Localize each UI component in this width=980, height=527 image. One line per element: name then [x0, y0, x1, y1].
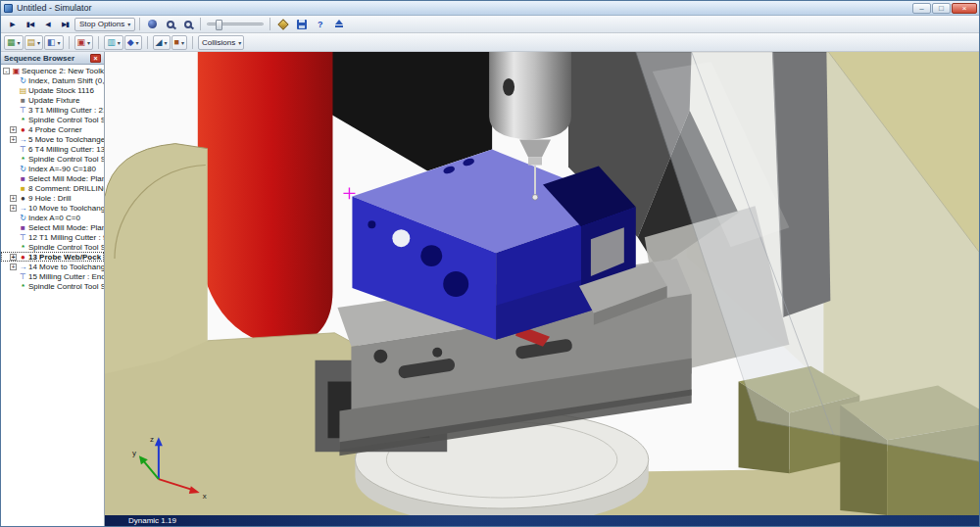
stop-at-event-button[interactable]	[144, 17, 161, 31]
tree-item[interactable]: +●9 Hole : Drill	[1, 193, 104, 203]
tree-item[interactable]: +●13 Probe Web/Pock	[1, 252, 104, 262]
window-controls: –□×	[911, 3, 977, 14]
tree-expander[interactable]: +	[10, 264, 17, 270]
settings-icon	[277, 19, 288, 29]
stop-options-dropdown[interactable]: Stop Options ▾	[74, 18, 135, 31]
nc-program-dropdown[interactable]: ▣▾	[74, 35, 94, 50]
tree-item[interactable]: ■Select Mill Mode: Plane	[1, 222, 104, 232]
tree-item[interactable]: ↻Index A=0 C=0	[1, 213, 104, 222]
eject-button[interactable]	[330, 17, 347, 31]
view-layout-dropdown[interactable]: ▤▾	[24, 35, 44, 50]
step-back-button[interactable]: ◀	[39, 17, 56, 31]
tree-item[interactable]: ⊤15 Milling Cutter : Endm	[1, 271, 104, 281]
run-button[interactable]: ▶	[4, 17, 21, 31]
zoom-select-icon	[167, 21, 174, 28]
save-icon	[297, 20, 307, 29]
index-icon: ↻	[19, 165, 27, 173]
caret-down-icon: ▾	[165, 39, 168, 46]
graphs-dropdown[interactable]: ◆▾	[124, 35, 142, 50]
tree-item[interactable]: ⊤6 T4 Milling Cutter: 13.0	[1, 144, 104, 154]
probe-tip	[532, 195, 538, 201]
zoom-fit-button[interactable]	[179, 17, 196, 31]
toolbar-separator	[192, 36, 193, 49]
tree-item[interactable]: *Spindle Control Tool Sp	[1, 242, 104, 252]
tree-item[interactable]: ⊤12 T1 Milling Cutter : 91	[1, 232, 104, 242]
eject-icon	[335, 20, 343, 24]
caret-down-icon: ▾	[37, 39, 40, 46]
settings-button[interactable]	[274, 17, 291, 31]
stock-display-icon: ▦	[7, 38, 16, 47]
tree-item[interactable]: +●4 Probe Corner	[1, 124, 104, 134]
tree-item-label: Update Fixture	[28, 96, 79, 105]
tree-item[interactable]: *Spindle Control Tool Sp	[1, 154, 104, 164]
simulation-scene[interactable]: z x y	[105, 52, 979, 515]
app-icon	[4, 4, 13, 13]
viewport-3d[interactable]: z x y	[105, 52, 979, 515]
caret-down-icon: ▾	[181, 39, 184, 46]
tree-expander[interactable]: +	[10, 254, 17, 261]
tree-item[interactable]: ■Select Mill Mode: Plane	[1, 173, 104, 183]
help-button[interactable]: ?	[312, 17, 328, 31]
speed-slider[interactable]	[207, 23, 264, 25]
report-dropdown[interactable]: ■▾	[172, 35, 187, 50]
caret-down-icon: ▾	[18, 39, 21, 46]
close-panel-button[interactable]: ×	[90, 54, 101, 63]
status-window-dropdown[interactable]: ▥▾	[104, 35, 123, 50]
tree-item[interactable]: +→10 Move to Toolchange	[1, 203, 104, 213]
tree-item[interactable]: ⊤3 T1 Milling Cutter : 21.0	[1, 105, 104, 115]
sequence-tree: -▣Sequence 2: New Toolkit↻Index, Datum S…	[1, 65, 104, 526]
status-text: Dynamic 1.19	[128, 516, 176, 525]
title-bar: Untitled - Simulator –□×	[1, 1, 979, 16]
status-bar: Dynamic 1.19	[105, 515, 979, 526]
tree-item-label: 9 Hole : Drill	[28, 194, 72, 203]
sequence-browser-header: Sequence Browser ×	[1, 52, 104, 65]
spindle-icon: *	[19, 116, 27, 124]
cutter-icon: ⊤	[19, 106, 27, 115]
tree-item[interactable]: ↻Index A=-90 C=180	[1, 164, 104, 173]
help-icon: ?	[318, 20, 323, 29]
tree-item[interactable]: ↻Index, Datum Shift (0, 0,	[1, 75, 104, 85]
close-button[interactable]: ×	[952, 3, 977, 14]
tree-expander[interactable]: +	[10, 126, 17, 133]
move-icon: →	[19, 135, 27, 144]
stock-display-dropdown[interactable]: ▦▾	[4, 35, 24, 50]
tree-item[interactable]: ▤Update Stock 1116	[1, 85, 104, 95]
tree-item[interactable]: +→5 Move to Toolchange	[1, 134, 104, 144]
tree-item-label: 5 Move to Toolchange	[28, 135, 104, 144]
minimize-button[interactable]: –	[912, 3, 931, 14]
tree-item[interactable]: ■8 Comment: DRILLING	[1, 183, 104, 193]
probe-icon: ●	[19, 125, 27, 134]
axis-x-label: x	[203, 492, 207, 501]
tree-expander[interactable]: -	[3, 68, 10, 74]
tree-item[interactable]: ■Update Fixture	[1, 95, 104, 105]
speed-slider-thumb[interactable]	[216, 20, 222, 30]
toolbar-separator	[139, 18, 140, 30]
tree-item[interactable]: *Spindle Control Tool Sp	[1, 281, 104, 291]
toolbar-separator	[270, 18, 270, 30]
tree-item-label: Index A=-90 C=180	[28, 165, 96, 173]
zoom-select-button[interactable]	[162, 17, 178, 31]
tree-item-label: 8 Comment: DRILLING	[28, 184, 104, 193]
tree-expander[interactable]: +	[10, 136, 17, 143]
component-display-dropdown[interactable]: ◧▾	[44, 35, 64, 50]
maximize-button[interactable]: □	[932, 3, 951, 14]
collisions-dropdown[interactable]: Collisions ▾	[198, 35, 244, 50]
comment-icon: ■	[19, 184, 27, 193]
toolbar-separator	[69, 36, 70, 49]
rewind-to-start-button[interactable]: ▮◀	[22, 17, 38, 31]
move-icon: →	[19, 204, 27, 213]
view-tools	[144, 17, 196, 31]
tree-expander[interactable]: +	[10, 195, 17, 202]
tree-item[interactable]: *Spindle Control Tool Sp	[1, 115, 104, 124]
toolbar-group: ▣▾	[74, 35, 94, 50]
tree-item[interactable]: +→14 Move to Toolchange	[1, 262, 104, 271]
tree-item-label: Index A=0 C=0	[28, 214, 80, 222]
step-forward-button[interactable]: ▶▮	[57, 17, 74, 31]
hole-icon: ●	[19, 194, 27, 203]
toolbar-separator	[98, 36, 99, 49]
tree-item[interactable]: -▣Sequence 2: New Toolkit	[1, 66, 104, 75]
save-button[interactable]	[293, 17, 310, 31]
measure-dropdown[interactable]: ◢▾	[153, 35, 171, 50]
tree-expander[interactable]: +	[10, 205, 17, 212]
zoom-fit-icon	[184, 21, 192, 28]
